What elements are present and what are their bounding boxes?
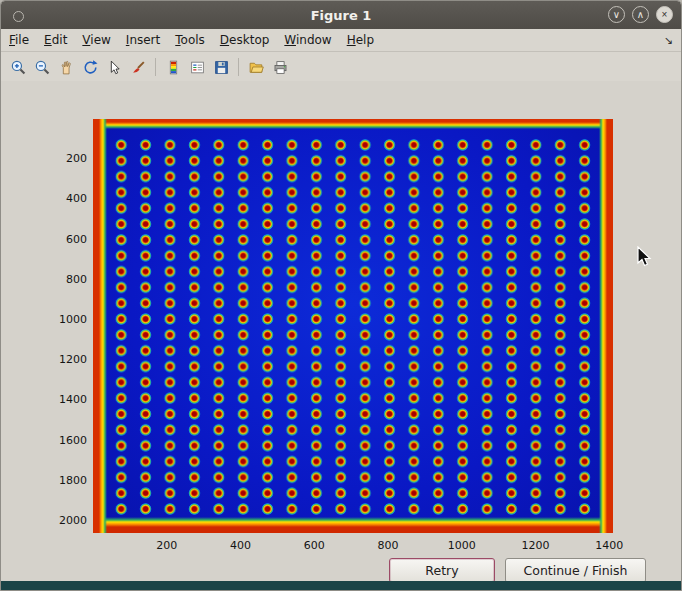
shade-button[interactable]: ∨ <box>608 6 625 23</box>
window-menu-icon[interactable] <box>13 11 24 22</box>
figure-window: Figure 1 ∨ ∧ × File Edit View Insert Too… <box>0 0 682 591</box>
menubar: File Edit View Insert Tools Desktop Wind… <box>1 29 681 52</box>
window-bottom-strip <box>1 581 681 590</box>
continue-finish-button[interactable]: Continue / Finish <box>505 558 646 583</box>
window-controls: ∨ ∧ × <box>608 6 673 23</box>
x-tick-label: 200 <box>147 539 187 552</box>
y-tick-label: 1200 <box>47 353 87 366</box>
image-edge-top <box>93 119 613 129</box>
image-edge-bottom <box>93 517 613 533</box>
x-tick-label: 1400 <box>589 539 629 552</box>
maximize-button[interactable]: ∧ <box>632 6 649 23</box>
image-edge-left <box>93 119 107 533</box>
y-tick-label: 1000 <box>47 313 87 326</box>
y-tick-label: 200 <box>47 152 87 165</box>
x-tick-label: 400 <box>221 539 261 552</box>
toolbar-separator <box>238 58 239 76</box>
pan-hand-icon <box>58 59 75 76</box>
brush-icon <box>130 59 147 76</box>
print-icon <box>272 59 289 76</box>
dock-figure-icon[interactable]: ↘ <box>664 34 673 47</box>
retry-button[interactable]: Retry <box>389 558 495 583</box>
dot-array-heatmap <box>109 137 597 517</box>
brush-button[interactable] <box>127 56 149 78</box>
zoom-in-icon <box>10 59 27 76</box>
menu-tools[interactable]: Tools <box>175 33 205 47</box>
x-tick-label: 800 <box>368 539 408 552</box>
menu-desktop[interactable]: Desktop <box>220 33 270 47</box>
y-tick-label: 2000 <box>47 514 87 527</box>
menu-insert[interactable]: Insert <box>126 33 160 47</box>
y-tick-label: 1400 <box>47 393 87 406</box>
menu-window[interactable]: Window <box>284 33 331 47</box>
data-cursor-button[interactable] <box>103 56 125 78</box>
titlebar[interactable]: Figure 1 ∨ ∧ × <box>1 1 681 29</box>
y-tick-label: 800 <box>47 273 87 286</box>
insert-legend-icon <box>189 59 206 76</box>
menu-file[interactable]: File <box>9 33 29 47</box>
data-cursor-icon <box>106 59 123 76</box>
rotate-3d-icon <box>82 59 99 76</box>
toolbar-separator <box>155 58 156 76</box>
menu-edit[interactable]: Edit <box>44 33 67 47</box>
open-folder-icon <box>248 59 265 76</box>
pan-button[interactable] <box>55 56 77 78</box>
menu-help[interactable]: Help <box>347 33 374 47</box>
zoom-in-button[interactable] <box>7 56 29 78</box>
insert-colorbar-button[interactable] <box>162 56 184 78</box>
print-button[interactable] <box>269 56 291 78</box>
zoom-out-button[interactable] <box>31 56 53 78</box>
open-button[interactable] <box>245 56 267 78</box>
menu-view[interactable]: View <box>82 33 110 47</box>
figure-canvas: 2004006008001000120014002004006008001000… <box>1 81 681 581</box>
rotate-3d-button[interactable] <box>79 56 101 78</box>
figure-toolbar <box>1 52 681 83</box>
save-icon <box>213 59 230 76</box>
y-tick-label: 600 <box>47 233 87 246</box>
x-tick-label: 1200 <box>516 539 556 552</box>
figure-image[interactable] <box>93 119 613 533</box>
y-tick-label: 1800 <box>47 474 87 487</box>
x-tick-label: 600 <box>294 539 334 552</box>
window-title: Figure 1 <box>311 8 372 23</box>
insert-legend-button[interactable] <box>186 56 208 78</box>
zoom-out-icon <box>34 59 51 76</box>
y-tick-label: 400 <box>47 192 87 205</box>
close-button[interactable]: × <box>656 6 673 23</box>
x-tick-label: 1000 <box>442 539 482 552</box>
save-button[interactable] <box>210 56 232 78</box>
insert-colorbar-icon <box>165 59 182 76</box>
image-edge-right <box>599 119 613 533</box>
y-tick-label: 1600 <box>47 434 87 447</box>
